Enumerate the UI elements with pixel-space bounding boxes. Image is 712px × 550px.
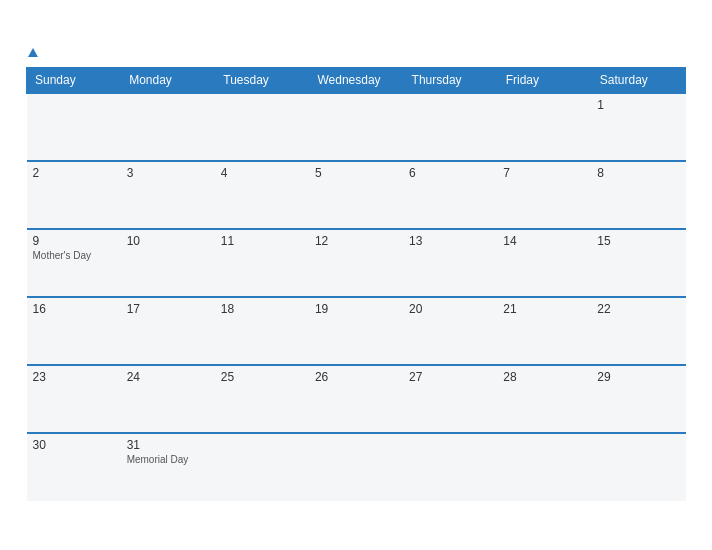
calendar-cell: 1 (591, 93, 685, 161)
weekday-row: SundayMondayTuesdayWednesdayThursdayFrid… (27, 67, 686, 93)
day-number: 15 (597, 234, 679, 248)
week-row-0: 1 (27, 93, 686, 161)
day-number: 24 (127, 370, 209, 384)
week-row-4: 23242526272829 (27, 365, 686, 433)
weekday-header-saturday: Saturday (591, 67, 685, 93)
calendar-cell: 25 (215, 365, 309, 433)
day-number: 10 (127, 234, 209, 248)
day-number: 31 (127, 438, 209, 452)
calendar-table: SundayMondayTuesdayWednesdayThursdayFrid… (26, 67, 686, 501)
calendar-cell: 19 (309, 297, 403, 365)
calendar-cell: 15 (591, 229, 685, 297)
day-number: 8 (597, 166, 679, 180)
event-label: Memorial Day (127, 454, 209, 465)
calendar-cell: 31Memorial Day (121, 433, 215, 501)
calendar-cell: 3 (121, 161, 215, 229)
logo (26, 44, 38, 58)
calendar-header: SundayMondayTuesdayWednesdayThursdayFrid… (27, 67, 686, 93)
calendar-cell: 2 (27, 161, 121, 229)
calendar-cell: 9Mother's Day (27, 229, 121, 297)
calendar-cell: 13 (403, 229, 497, 297)
day-number: 28 (503, 370, 585, 384)
calendar-cell: 29 (591, 365, 685, 433)
day-number: 14 (503, 234, 585, 248)
day-number: 21 (503, 302, 585, 316)
logo-text (26, 44, 38, 58)
week-row-1: 2345678 (27, 161, 686, 229)
calendar-cell: 28 (497, 365, 591, 433)
day-number: 16 (33, 302, 115, 316)
calendar-cell: 27 (403, 365, 497, 433)
calendar-cell: 24 (121, 365, 215, 433)
week-row-3: 16171819202122 (27, 297, 686, 365)
calendar-cell (403, 433, 497, 501)
calendar-cell: 10 (121, 229, 215, 297)
weekday-header-monday: Monday (121, 67, 215, 93)
calendar-cell (27, 93, 121, 161)
day-number: 19 (315, 302, 397, 316)
calendar-cell (309, 93, 403, 161)
day-number: 5 (315, 166, 397, 180)
day-number: 13 (409, 234, 491, 248)
weekday-header-thursday: Thursday (403, 67, 497, 93)
calendar-cell (497, 433, 591, 501)
calendar-cell: 12 (309, 229, 403, 297)
day-number: 26 (315, 370, 397, 384)
event-label: Mother's Day (33, 250, 115, 261)
calendar-cell: 26 (309, 365, 403, 433)
calendar-cell: 7 (497, 161, 591, 229)
day-number: 2 (33, 166, 115, 180)
calendar-cell: 16 (27, 297, 121, 365)
calendar-cell (497, 93, 591, 161)
calendar-cell: 14 (497, 229, 591, 297)
calendar-cell: 8 (591, 161, 685, 229)
calendar-cell: 20 (403, 297, 497, 365)
calendar-cell: 23 (27, 365, 121, 433)
week-row-2: 9Mother's Day101112131415 (27, 229, 686, 297)
calendar-cell (121, 93, 215, 161)
day-number: 9 (33, 234, 115, 248)
logo-triangle-icon (28, 48, 38, 57)
header (26, 44, 686, 58)
day-number: 1 (597, 98, 679, 112)
day-number: 30 (33, 438, 115, 452)
day-number: 17 (127, 302, 209, 316)
calendar-cell: 30 (27, 433, 121, 501)
calendar-cell: 22 (591, 297, 685, 365)
day-number: 6 (409, 166, 491, 180)
calendar-cell: 6 (403, 161, 497, 229)
day-number: 3 (127, 166, 209, 180)
weekday-header-friday: Friday (497, 67, 591, 93)
calendar-cell: 11 (215, 229, 309, 297)
weekday-header-sunday: Sunday (27, 67, 121, 93)
calendar-cell: 5 (309, 161, 403, 229)
day-number: 25 (221, 370, 303, 384)
weekday-header-wednesday: Wednesday (309, 67, 403, 93)
calendar-cell (591, 433, 685, 501)
calendar-cell: 18 (215, 297, 309, 365)
calendar-cell: 4 (215, 161, 309, 229)
day-number: 23 (33, 370, 115, 384)
day-number: 27 (409, 370, 491, 384)
calendar-cell (403, 93, 497, 161)
day-number: 12 (315, 234, 397, 248)
day-number: 18 (221, 302, 303, 316)
calendar-cell (215, 93, 309, 161)
week-row-5: 3031Memorial Day (27, 433, 686, 501)
day-number: 29 (597, 370, 679, 384)
day-number: 11 (221, 234, 303, 248)
calendar-cell: 21 (497, 297, 591, 365)
day-number: 4 (221, 166, 303, 180)
day-number: 22 (597, 302, 679, 316)
weekday-header-tuesday: Tuesday (215, 67, 309, 93)
calendar-wrapper: SundayMondayTuesdayWednesdayThursdayFrid… (11, 34, 701, 515)
calendar-cell: 17 (121, 297, 215, 365)
day-number: 7 (503, 166, 585, 180)
calendar-cell (215, 433, 309, 501)
calendar-cell (309, 433, 403, 501)
day-number: 20 (409, 302, 491, 316)
calendar-body: 123456789Mother's Day1011121314151617181… (27, 93, 686, 501)
